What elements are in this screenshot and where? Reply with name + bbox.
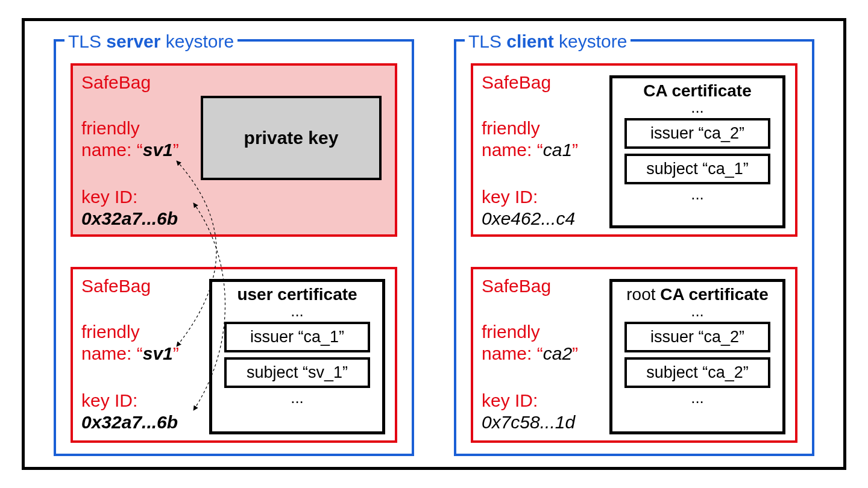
cert-title: CA certificate: [621, 82, 774, 100]
keyid-value: 0x7c58...1d: [482, 412, 575, 432]
title-prefix: TLS: [468, 31, 506, 51]
title-prefix: TLS: [68, 31, 106, 51]
keyid-field: key ID: 0x7c58...1d: [482, 390, 575, 433]
friendly-label: friendly: [81, 118, 140, 138]
keyid-field: key ID: 0x32a7...6b: [81, 390, 178, 433]
dots-icon: ...: [621, 188, 774, 200]
subject-box: subject “ca_2”: [624, 357, 770, 388]
friendly-name-value: ca2: [543, 343, 572, 363]
name-suffix: ”: [173, 140, 179, 160]
subject-box: subject “ca_1”: [624, 154, 770, 184]
diagram-canvas: TLS server keystore SafeBag friendly nam…: [0, 0, 868, 488]
server-safebag-usercert: SafeBag friendly name: “sv1” key ID: 0x3…: [71, 267, 397, 443]
friendly-name-field: friendly name: “sv1”: [81, 321, 179, 364]
friendly-name-field: friendly name: “sv1”: [81, 117, 179, 161]
safebag-label: SafeBag: [81, 275, 151, 297]
title-bold: client: [506, 31, 553, 51]
keyid-field: key ID: 0x32a7...6b: [81, 186, 178, 230]
private-key-label: private key: [244, 128, 339, 148]
server-keystore: TLS server keystore SafeBag friendly nam…: [54, 39, 414, 456]
server-keystore-title: TLS server keystore: [64, 31, 237, 52]
friendly-name-value: sv1: [143, 140, 173, 160]
client-safebag-rootca: SafeBag friendly name: “ca2” key ID: 0x7…: [471, 267, 797, 443]
cert-title-lite: root: [626, 285, 660, 304]
name-suffix: ”: [572, 140, 578, 160]
friendly-name-value: sv1: [143, 343, 173, 363]
server-safebag-privkey: SafeBag friendly name: “sv1” key ID: 0x3…: [71, 63, 397, 237]
dots-icon: ...: [621, 392, 774, 404]
keyid-value: 0x32a7...6b: [81, 412, 178, 432]
dots-icon: ...: [221, 392, 374, 404]
safebag-label: SafeBag: [81, 72, 151, 93]
friendly-label: friendly: [482, 118, 540, 138]
dots-icon: ...: [621, 305, 774, 317]
safebag-label: SafeBag: [482, 275, 551, 297]
private-key-box: private key: [201, 96, 382, 180]
keyid-value: 0xe462...c4: [482, 208, 575, 228]
issuer-box: issuer “ca_2”: [624, 322, 770, 352]
title-bold: server: [106, 31, 160, 51]
client-keystore: TLS client keystore SafeBag friendly nam…: [454, 39, 814, 456]
friendly-name-field: friendly name: “ca1”: [482, 117, 578, 161]
dots-icon: ...: [621, 101, 774, 113]
dots-icon: ...: [221, 305, 374, 317]
name-prefix: name: “: [482, 140, 543, 160]
keyid-label: key ID:: [81, 390, 137, 410]
ca-certificate-box: CA certificate ... issuer “ca_2” subject…: [609, 75, 785, 228]
name-prefix: name: “: [482, 343, 543, 363]
title-suffix: keystore: [554, 31, 627, 51]
friendly-label: friendly: [81, 322, 140, 342]
root-ca-certificate-box: root CA certificate ... issuer “ca_2” su…: [609, 279, 785, 434]
issuer-box: issuer “ca_2”: [624, 118, 770, 149]
name-prefix: name: “: [81, 140, 143, 160]
name-prefix: name: “: [81, 343, 143, 363]
name-suffix: ”: [572, 343, 578, 363]
outer-frame: TLS server keystore SafeBag friendly nam…: [22, 18, 846, 470]
user-certificate-box: user certificate ... issuer “ca_1” subje…: [209, 279, 385, 434]
keyid-label: key ID:: [482, 187, 538, 207]
friendly-name-value: ca1: [543, 140, 572, 160]
friendly-name-field: friendly name: “ca2”: [482, 321, 578, 364]
keyid-field: key ID: 0xe462...c4: [482, 186, 575, 230]
friendly-label: friendly: [482, 322, 540, 342]
title-suffix: keystore: [160, 31, 234, 51]
cert-title: user certificate: [221, 286, 374, 304]
name-suffix: ”: [173, 343, 179, 363]
client-keystore-title: TLS client keystore: [465, 31, 631, 52]
cert-title: root CA certificate: [621, 286, 774, 304]
issuer-box: issuer “ca_1”: [224, 322, 370, 352]
client-safebag-ca: SafeBag friendly name: “ca1” key ID: 0xe…: [471, 63, 797, 237]
cert-title-bold: CA certificate: [660, 285, 768, 304]
keyid-value: 0x32a7...6b: [81, 208, 178, 228]
keyid-label: key ID:: [81, 187, 137, 207]
subject-box: subject “sv_1”: [224, 357, 370, 388]
safebag-label: SafeBag: [482, 72, 551, 93]
keyid-label: key ID:: [482, 390, 538, 410]
